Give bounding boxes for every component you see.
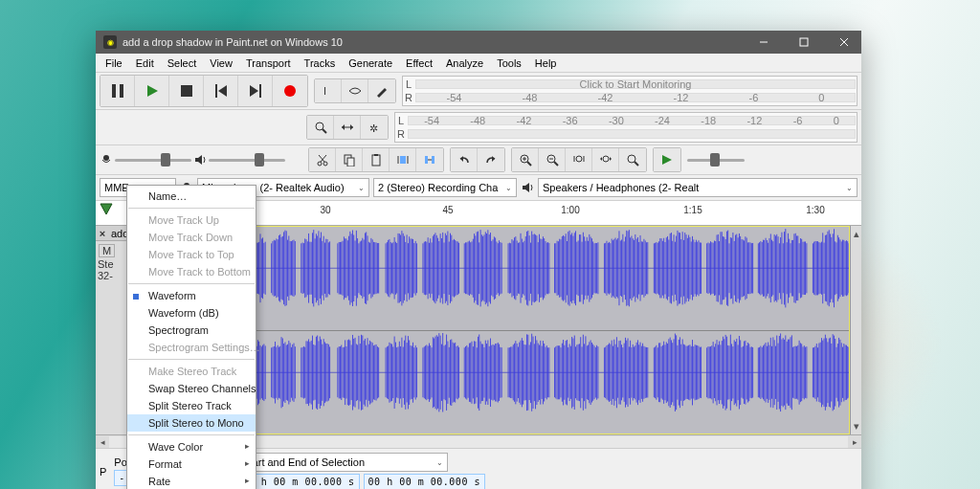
zoom-in-button[interactable] <box>512 148 539 171</box>
selection-mode-combo[interactable]: Start and End of Selection⌄ <box>237 453 448 472</box>
toolbar-row-1b: ✲ L-54-48-42-36-30-24-18-12-60 R <box>96 110 861 145</box>
menu-swap-channels[interactable]: Swap Stereo Channels <box>127 380 256 397</box>
channel-right[interactable] <box>187 331 849 434</box>
svg-rect-846 <box>643 345 644 398</box>
waveform-pane[interactable] <box>186 226 850 434</box>
pause-button[interactable] <box>100 76 135 106</box>
record-channels-combo[interactable]: 2 (Stereo) Recording Cha⌄ <box>373 178 517 197</box>
multi-tool-icon[interactable]: ✲ <box>361 116 388 139</box>
menu-spectrogram-settings[interactable]: Spectrogram Settings… <box>127 339 256 356</box>
track-close-button[interactable]: × <box>96 228 109 239</box>
copy-button[interactable] <box>336 148 363 171</box>
svg-rect-948 <box>784 339 785 405</box>
skip-start-button[interactable] <box>204 76 238 106</box>
menu-move-bottom[interactable]: Move Track to Bottom <box>127 263 256 280</box>
scroll-left-button[interactable]: ◂ <box>96 437 109 447</box>
record-volume-slider[interactable] <box>115 151 191 168</box>
menu-file[interactable]: File <box>100 56 128 71</box>
playback-volume-slider[interactable] <box>209 151 285 168</box>
svg-rect-266 <box>493 239 494 297</box>
play-at-speed-button[interactable] <box>654 148 680 171</box>
svg-rect-139 <box>313 230 314 306</box>
svg-rect-798 <box>579 344 580 401</box>
menu-transport[interactable]: Transport <box>240 56 297 71</box>
menu-move-top[interactable]: Move Track to Top <box>127 246 256 263</box>
svg-rect-737 <box>494 345 495 399</box>
svg-rect-879 <box>689 345 690 400</box>
zoom-toggle-button[interactable] <box>619 148 646 171</box>
record-button[interactable] <box>273 76 307 106</box>
track-mute-label[interactable]: M <box>99 244 115 257</box>
cut-button[interactable] <box>309 148 336 171</box>
zoom-out-button[interactable] <box>539 148 566 171</box>
svg-rect-121 <box>286 231 287 305</box>
playback-device-combo[interactable]: Speakers / Headphones (2- Realt⌄ <box>538 178 858 197</box>
undo-button[interactable] <box>451 148 478 171</box>
channel-left[interactable] <box>187 227 849 331</box>
menu-analyze[interactable]: Analyze <box>440 56 489 71</box>
svg-rect-116 <box>279 234 280 302</box>
scroll-right-button[interactable]: ▸ <box>848 437 861 447</box>
svg-rect-170 <box>358 243 359 293</box>
trim-button[interactable] <box>390 148 416 171</box>
vertical-scrollbar[interactable]: ▴▾ <box>850 226 861 434</box>
menu-rate[interactable]: Rate▸ <box>127 473 256 489</box>
menu-edit[interactable]: Edit <box>130 56 160 71</box>
menu-format[interactable]: Format▸ <box>127 456 256 473</box>
playback-meter[interactable]: L-54-48-42-36-30-24-18-12-60 R <box>394 112 858 143</box>
record-meter[interactable]: LClick to Start Monitoring R-54-48-42-12… <box>402 76 858 106</box>
svg-rect-900 <box>720 345 721 400</box>
stop-button[interactable] <box>169 76 204 106</box>
silence-button[interactable] <box>416 148 443 171</box>
svg-rect-735 <box>491 345 492 399</box>
menu-name[interactable]: Name… <box>127 188 256 205</box>
svg-rect-702 <box>446 334 447 410</box>
redo-button[interactable] <box>478 148 504 171</box>
menu-make-stereo[interactable]: Make Stereo Track <box>127 363 256 380</box>
menu-generate[interactable]: Generate <box>343 56 398 71</box>
titlebar[interactable]: ◉ add a drop shadow in Paint.net on Wind… <box>96 31 861 54</box>
svg-rect-849 <box>647 346 648 397</box>
menu-select[interactable]: Select <box>162 56 203 71</box>
menu-view[interactable]: View <box>204 56 238 71</box>
menu-tools[interactable]: Tools <box>491 56 527 71</box>
toolbar-row-2 <box>96 145 861 175</box>
menu-spectrogram[interactable]: Spectrogram <box>127 322 256 339</box>
timeshift-tool-icon[interactable] <box>334 116 361 139</box>
svg-rect-323 <box>573 236 574 300</box>
close-button[interactable] <box>827 31 861 54</box>
menu-effect[interactable]: Effect <box>400 56 438 71</box>
minimize-button[interactable] <box>746 31 781 54</box>
maximize-button[interactable] <box>787 31 821 54</box>
svg-rect-776 <box>547 347 548 397</box>
menu-split-stereo[interactable]: Split Stereo Track <box>127 397 256 414</box>
selection-end-value[interactable]: 00 h 00 m 00.000 s <box>364 474 485 489</box>
menu-wave-color[interactable]: Wave Color▸ <box>127 438 256 456</box>
menu-move-down[interactable]: Move Track Down <box>127 229 256 246</box>
menu-waveform[interactable]: Waveform <box>127 287 256 304</box>
draw-tool-icon[interactable] <box>368 79 395 102</box>
skip-end-button[interactable] <box>238 76 273 106</box>
menu-split-stereo-to-mono[interactable]: Split Stereo to Mono <box>127 414 256 432</box>
menu-tracks[interactable]: Tracks <box>299 56 342 71</box>
svg-rect-949 <box>785 335 786 410</box>
envelope-tool-icon[interactable] <box>342 79 368 102</box>
svg-rect-208 <box>412 238 412 298</box>
svg-rect-468 <box>771 240 772 297</box>
fit-project-button[interactable] <box>592 148 619 171</box>
menu-move-up[interactable]: Move Track Up <box>127 211 256 229</box>
svg-text:I: I <box>323 85 326 97</box>
menu-waveform-db[interactable]: Waveform (dB) <box>127 304 256 322</box>
svg-rect-404 <box>683 240 684 297</box>
play-speed-slider[interactable] <box>687 151 745 168</box>
svg-rect-748 <box>513 345 514 400</box>
play-button[interactable] <box>135 76 169 106</box>
paste-button[interactable] <box>363 148 390 171</box>
menu-help[interactable]: Help <box>529 56 563 71</box>
zoom-tool-icon[interactable] <box>307 116 334 139</box>
svg-rect-725 <box>479 334 479 411</box>
svg-rect-315 <box>563 235 564 301</box>
svg-rect-349 <box>610 243 611 293</box>
fit-selection-button[interactable] <box>566 148 592 171</box>
selection-tool-icon[interactable]: I <box>315 79 342 102</box>
